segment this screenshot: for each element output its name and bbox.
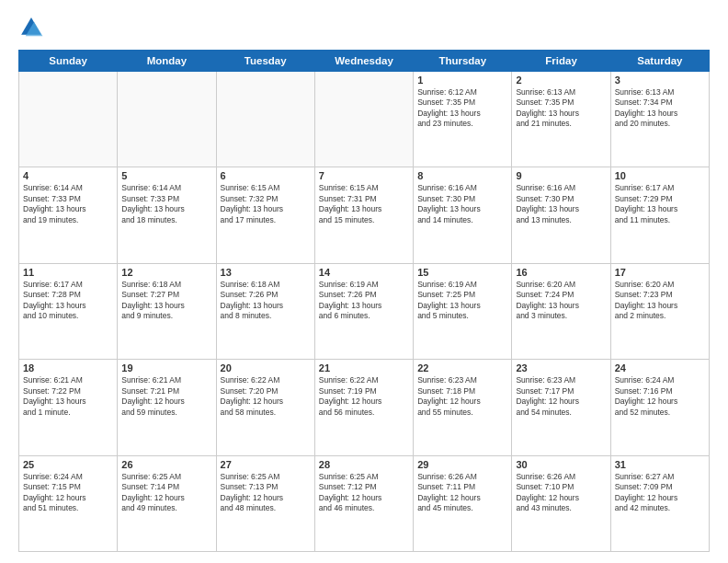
day-info: Sunrise: 6:22 AM Sunset: 7:20 PM Dayligh… — [221, 375, 311, 418]
calendar-day-cell: 8Sunrise: 6:16 AM Sunset: 7:30 PM Daylig… — [414, 167, 512, 263]
day-info: Sunrise: 6:25 AM Sunset: 7:12 PM Dayligh… — [319, 472, 409, 514]
calendar-day-cell: 1Sunrise: 6:12 AM Sunset: 7:35 PM Daylig… — [414, 72, 512, 167]
calendar-day-cell: 31Sunrise: 6:27 AM Sunset: 7:09 PM Dayli… — [610, 455, 709, 551]
day-number: 20 — [221, 362, 311, 373]
day-number: 12 — [121, 267, 211, 278]
day-info: Sunrise: 6:19 AM Sunset: 7:26 PM Dayligh… — [319, 280, 409, 322]
day-number: 4 — [23, 170, 113, 181]
day-number: 6 — [221, 170, 311, 181]
day-info: Sunrise: 6:13 AM Sunset: 7:34 PM Dayligh… — [615, 87, 705, 130]
calendar-day-header: Friday — [512, 51, 610, 72]
calendar-day-header: Thursday — [414, 51, 512, 72]
day-number: 8 — [417, 170, 507, 181]
day-number: 15 — [417, 267, 507, 278]
day-number: 7 — [319, 170, 409, 181]
calendar-day-cell: 30Sunrise: 6:26 AM Sunset: 7:10 PM Dayli… — [512, 455, 610, 551]
calendar-day-cell: 28Sunrise: 6:25 AM Sunset: 7:12 PM Dayli… — [314, 455, 413, 551]
logo — [18, 15, 48, 40]
day-number: 29 — [417, 459, 507, 470]
day-number: 11 — [23, 267, 113, 278]
day-number: 2 — [516, 75, 606, 86]
calendar-day-cell: 4Sunrise: 6:14 AM Sunset: 7:33 PM Daylig… — [19, 167, 118, 263]
calendar-day-header: Wednesday — [314, 51, 413, 72]
calendar-day-cell: 3Sunrise: 6:13 AM Sunset: 7:34 PM Daylig… — [610, 72, 709, 167]
day-number: 28 — [319, 459, 409, 470]
calendar-day-header: Monday — [118, 51, 216, 72]
calendar-header-row: SundayMondayTuesdayWednesdayThursdayFrid… — [19, 51, 710, 72]
calendar-day-cell: 25Sunrise: 6:24 AM Sunset: 7:15 PM Dayli… — [19, 455, 118, 551]
day-info: Sunrise: 6:14 AM Sunset: 7:33 PM Dayligh… — [23, 183, 113, 225]
day-info: Sunrise: 6:16 AM Sunset: 7:30 PM Dayligh… — [516, 183, 606, 225]
calendar-week-row: 4Sunrise: 6:14 AM Sunset: 7:33 PM Daylig… — [19, 167, 710, 263]
day-info: Sunrise: 6:15 AM Sunset: 7:32 PM Dayligh… — [221, 183, 311, 225]
day-number: 24 — [615, 362, 705, 373]
day-number: 30 — [516, 459, 606, 470]
day-number: 1 — [417, 75, 507, 86]
day-number: 25 — [23, 459, 113, 470]
day-info: Sunrise: 6:24 AM Sunset: 7:16 PM Dayligh… — [615, 375, 705, 418]
day-number: 9 — [516, 170, 606, 181]
day-info: Sunrise: 6:26 AM Sunset: 7:10 PM Dayligh… — [516, 472, 606, 514]
calendar-day-header: Tuesday — [216, 51, 314, 72]
calendar-week-row: 1Sunrise: 6:12 AM Sunset: 7:35 PM Daylig… — [19, 72, 710, 167]
day-number: 3 — [615, 75, 705, 86]
calendar-day-cell: 19Sunrise: 6:21 AM Sunset: 7:21 PM Dayli… — [118, 360, 216, 455]
calendar-day-cell — [314, 72, 413, 167]
calendar-day-cell: 2Sunrise: 6:13 AM Sunset: 7:35 PM Daylig… — [512, 72, 610, 167]
day-number: 22 — [417, 362, 507, 373]
day-info: Sunrise: 6:22 AM Sunset: 7:19 PM Dayligh… — [319, 375, 409, 418]
calendar-day-cell — [19, 72, 118, 167]
calendar-day-cell: 14Sunrise: 6:19 AM Sunset: 7:26 PM Dayli… — [314, 263, 413, 359]
calendar-day-cell: 24Sunrise: 6:24 AM Sunset: 7:16 PM Dayli… — [610, 360, 709, 455]
day-number: 19 — [121, 362, 211, 373]
calendar-day-header: Saturday — [610, 51, 709, 72]
day-number: 27 — [221, 459, 311, 470]
day-info: Sunrise: 6:15 AM Sunset: 7:31 PM Dayligh… — [319, 183, 409, 225]
calendar-day-cell: 17Sunrise: 6:20 AM Sunset: 7:23 PM Dayli… — [610, 263, 709, 359]
calendar-day-cell: 26Sunrise: 6:25 AM Sunset: 7:14 PM Dayli… — [118, 455, 216, 551]
day-info: Sunrise: 6:14 AM Sunset: 7:33 PM Dayligh… — [121, 183, 211, 225]
day-info: Sunrise: 6:27 AM Sunset: 7:09 PM Dayligh… — [615, 472, 705, 514]
day-info: Sunrise: 6:13 AM Sunset: 7:35 PM Dayligh… — [516, 87, 606, 130]
calendar-day-cell: 23Sunrise: 6:23 AM Sunset: 7:17 PM Dayli… — [512, 360, 610, 455]
day-info: Sunrise: 6:26 AM Sunset: 7:11 PM Dayligh… — [417, 472, 507, 514]
day-info: Sunrise: 6:18 AM Sunset: 7:27 PM Dayligh… — [121, 280, 211, 322]
calendar-day-cell: 12Sunrise: 6:18 AM Sunset: 7:27 PM Dayli… — [118, 263, 216, 359]
day-info: Sunrise: 6:17 AM Sunset: 7:29 PM Dayligh… — [615, 183, 705, 225]
day-info: Sunrise: 6:20 AM Sunset: 7:24 PM Dayligh… — [516, 280, 606, 322]
calendar-day-cell: 29Sunrise: 6:26 AM Sunset: 7:11 PM Dayli… — [414, 455, 512, 551]
day-info: Sunrise: 6:21 AM Sunset: 7:22 PM Dayligh… — [23, 375, 113, 418]
calendar-week-row: 18Sunrise: 6:21 AM Sunset: 7:22 PM Dayli… — [19, 360, 710, 455]
day-number: 5 — [121, 170, 211, 181]
logo-icon — [18, 15, 44, 40]
day-number: 23 — [516, 362, 606, 373]
calendar-day-cell: 7Sunrise: 6:15 AM Sunset: 7:31 PM Daylig… — [314, 167, 413, 263]
calendar-day-cell: 18Sunrise: 6:21 AM Sunset: 7:22 PM Dayli… — [19, 360, 118, 455]
day-info: Sunrise: 6:12 AM Sunset: 7:35 PM Dayligh… — [417, 87, 507, 130]
calendar-day-cell: 11Sunrise: 6:17 AM Sunset: 7:28 PM Dayli… — [19, 263, 118, 359]
calendar-day-cell: 21Sunrise: 6:22 AM Sunset: 7:19 PM Dayli… — [314, 360, 413, 455]
day-number: 13 — [221, 267, 311, 278]
page: SundayMondayTuesdayWednesdayThursdayFrid… — [0, 0, 728, 563]
day-info: Sunrise: 6:21 AM Sunset: 7:21 PM Dayligh… — [121, 375, 211, 418]
day-number: 26 — [121, 459, 211, 470]
calendar-week-row: 25Sunrise: 6:24 AM Sunset: 7:15 PM Dayli… — [19, 455, 710, 551]
day-number: 16 — [516, 267, 606, 278]
day-info: Sunrise: 6:25 AM Sunset: 7:14 PM Dayligh… — [121, 472, 211, 514]
day-info: Sunrise: 6:18 AM Sunset: 7:26 PM Dayligh… — [221, 280, 311, 322]
calendar-day-cell: 10Sunrise: 6:17 AM Sunset: 7:29 PM Dayli… — [610, 167, 709, 263]
calendar-day-cell: 20Sunrise: 6:22 AM Sunset: 7:20 PM Dayli… — [216, 360, 314, 455]
day-info: Sunrise: 6:23 AM Sunset: 7:18 PM Dayligh… — [417, 375, 507, 418]
day-info: Sunrise: 6:16 AM Sunset: 7:30 PM Dayligh… — [417, 183, 507, 225]
day-number: 10 — [615, 170, 705, 181]
day-number: 21 — [319, 362, 409, 373]
calendar-day-cell: 22Sunrise: 6:23 AM Sunset: 7:18 PM Dayli… — [414, 360, 512, 455]
day-info: Sunrise: 6:17 AM Sunset: 7:28 PM Dayligh… — [23, 280, 113, 322]
calendar-table: SundayMondayTuesdayWednesdayThursdayFrid… — [18, 50, 710, 552]
day-number: 14 — [319, 267, 409, 278]
day-number: 31 — [615, 459, 705, 470]
day-number: 17 — [615, 267, 705, 278]
calendar-day-cell: 6Sunrise: 6:15 AM Sunset: 7:32 PM Daylig… — [216, 167, 314, 263]
calendar-day-cell — [216, 72, 314, 167]
calendar-day-cell: 9Sunrise: 6:16 AM Sunset: 7:30 PM Daylig… — [512, 167, 610, 263]
